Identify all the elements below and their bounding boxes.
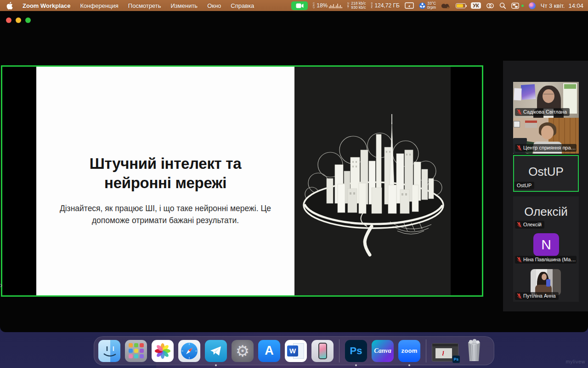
link-icon[interactable] — [486, 3, 494, 9]
iphone-mirroring-dock-icon[interactable] — [311, 340, 334, 362]
menu-window[interactable]: Окно — [207, 2, 221, 9]
desktop: mylivew Штучний інтелект та нейронні мер… — [0, 0, 588, 368]
cpu-status[interactable]: CPU 18% — [313, 2, 342, 9]
running-indicator — [215, 364, 217, 366]
participant-tile-center[interactable]: Центр сприяння пра… — [513, 118, 579, 154]
menubar-clock[interactable]: Чт 3 квіт. 14:04 — [541, 2, 583, 9]
photoshop-badge: Ps — [452, 356, 460, 363]
trash-dock-icon[interactable] — [463, 340, 485, 362]
canva-dock-icon[interactable]: Canva — [372, 340, 394, 362]
slide-subtitle: Дізнайтеся, як працює ШІ, і що таке нейр… — [58, 202, 272, 227]
photos-dock-icon[interactable] — [152, 340, 174, 362]
participant-tile-ostup-active-speaker[interactable]: OstUP OstUP — [513, 155, 579, 192]
app-store-glyph: A — [265, 344, 274, 358]
participant-tile-nina[interactable]: N Ніна Павлішина (Ма… — [513, 230, 579, 265]
display-share-icon[interactable] — [405, 2, 414, 9]
participant-display-name: Олексій — [513, 205, 579, 219]
participant-name-badge: Центр сприяння пра… — [515, 144, 577, 152]
dock-separator — [426, 339, 426, 362]
avatar-phone — [546, 279, 550, 287]
slide-image-panel — [294, 67, 451, 295]
battery-icon[interactable] — [456, 3, 466, 8]
dsk-label: DSK — [371, 2, 373, 9]
participant-name-badge: Путіліна Анна — [515, 292, 559, 300]
word-glyph: W — [287, 345, 298, 356]
video-person-face — [541, 126, 554, 139]
menu-edit[interactable]: Изменить — [170, 2, 198, 9]
video-poster — [525, 121, 537, 128]
participant-tile-oleksii[interactable]: Олексій Олексій — [513, 196, 579, 230]
panel-expand-chevron-icon[interactable]: › — [0, 282, 2, 289]
running-indicator — [355, 364, 357, 366]
participant-tile-sadikova[interactable]: Садікова Світлана — [513, 82, 579, 118]
system-settings-dock-icon[interactable]: ⚙ — [232, 340, 254, 362]
photoshop-dock-icon[interactable]: Ps — [345, 340, 367, 362]
running-indicator — [408, 364, 410, 366]
disk-status[interactable]: DSK 124,72 ГБ — [371, 2, 399, 9]
menu-bar: Zoom Workplace Конференция Посмотреть Из… — [0, 0, 588, 11]
city-brain-illustration — [294, 106, 451, 258]
menu-view[interactable]: Посмотреть — [128, 2, 161, 9]
avatar: N — [533, 233, 559, 256]
participant-name: Центр сприяння пра… — [523, 145, 576, 150]
muted-mic-icon — [517, 109, 522, 115]
minimize-window-button[interactable] — [16, 17, 21, 23]
menubar-app-name[interactable]: Zoom Workplace — [23, 2, 71, 9]
word-dock-icon[interactable]: W — [285, 340, 307, 362]
app-store-dock-icon[interactable]: A — [258, 340, 280, 362]
muted-mic-icon — [517, 222, 522, 228]
canva-glyph: Canva — [374, 347, 391, 355]
participant-name: Ніна Павлішина (Ма… — [523, 257, 576, 262]
safari-dock-icon[interactable] — [178, 340, 200, 362]
fan-values: 33°C 0rpm — [427, 1, 436, 10]
net-download: 930 kb/c — [351, 5, 366, 10]
muted-mic-icon — [517, 145, 522, 151]
search-icon[interactable] — [499, 2, 506, 9]
photoshop-glyph: Ps — [350, 345, 362, 357]
finder-dock-icon[interactable] — [98, 340, 120, 362]
net-values: 218 kb/c 930 kb/c — [351, 1, 366, 10]
video-camera-icon[interactable] — [291, 1, 308, 10]
menu-help[interactable]: Справка — [231, 2, 254, 9]
cpu-histogram-icon — [329, 3, 342, 8]
launchpad-dock-icon[interactable] — [125, 340, 147, 362]
participant-name-badge: Олексій — [515, 221, 544, 229]
gear-icon: ⚙ — [236, 342, 249, 360]
video-poster — [514, 121, 520, 127]
participant-tile-putilina[interactable]: Путіліна Анна — [513, 265, 579, 302]
slide-title: Штучний інтелект та нейронні мережі — [55, 154, 276, 193]
dsk-value: 124,72 ГБ — [374, 2, 399, 9]
status-green-dot — [521, 5, 524, 7]
input-source-badge[interactable]: УК — [471, 2, 481, 9]
dock: ⚙ A W Ps Canva zoom Ps — [94, 336, 494, 365]
zoom-dock-icon[interactable]: zoom — [398, 340, 420, 362]
net-label: NET — [347, 2, 350, 9]
control-center-icon[interactable] — [511, 3, 519, 9]
cpu-value: 18% — [317, 2, 328, 9]
video-poster — [514, 88, 521, 101]
participant-name-badge: Садікова Світлана — [515, 108, 570, 116]
video-person-glasses — [543, 94, 554, 97]
muted-mic-icon — [517, 293, 522, 299]
network-status[interactable]: NET 218 kb/c 930 kb/c — [347, 1, 366, 10]
minimized-photoshop-window[interactable]: Ps — [432, 343, 458, 362]
participant-display-name: OstUP — [514, 165, 578, 179]
participant-name-badge: OstUP — [514, 182, 534, 189]
cloud-icon[interactable] — [441, 2, 451, 9]
apple-icon[interactable] — [6, 2, 13, 10]
fan-icon — [419, 2, 426, 9]
participant-name-badge: Ніна Павлішина (Ма… — [515, 256, 577, 264]
minwin-titlebar — [432, 344, 458, 346]
close-window-button[interactable] — [6, 17, 11, 23]
muted-mic-icon — [517, 257, 522, 263]
siri-icon[interactable] — [529, 2, 536, 9]
menu-conference[interactable]: Конференция — [80, 2, 119, 9]
participant-name: Путіліна Анна — [523, 293, 556, 299]
video-poster — [521, 84, 536, 100]
zoom-glyph: zoom — [401, 347, 417, 354]
fullscreen-window-button[interactable] — [25, 17, 31, 23]
iphone-shape — [318, 343, 327, 359]
fan-status[interactable]: 33°C 0rpm — [419, 1, 436, 10]
participant-name: Садікова Світлана — [523, 109, 567, 115]
telegram-dock-icon[interactable] — [205, 340, 227, 362]
